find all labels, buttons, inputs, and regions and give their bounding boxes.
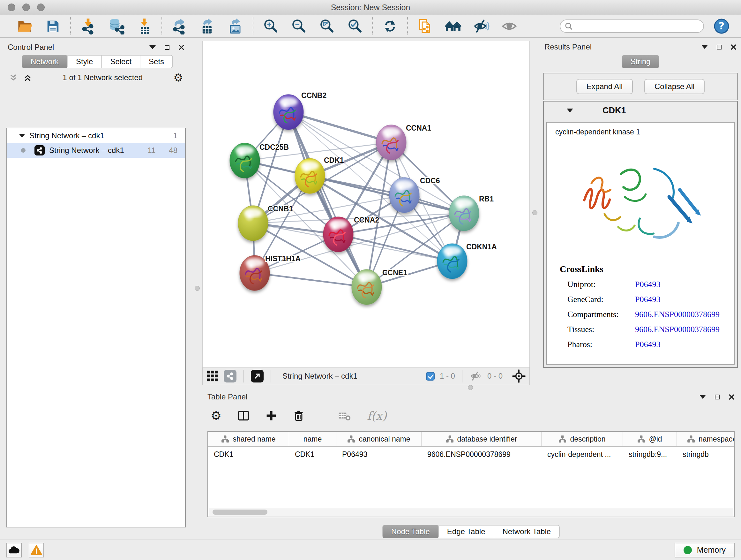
- cell-namespace[interactable]: stringdb: [677, 447, 735, 462]
- crosslink-link[interactable]: P06493: [635, 280, 660, 289]
- section-expander-icon[interactable]: [567, 109, 573, 112]
- table-panel-title: Table Panel: [207, 392, 247, 401]
- window-controls: [8, 3, 45, 11]
- export-network-button[interactable]: [171, 17, 188, 35]
- panel-menu-icon[interactable]: [701, 45, 708, 49]
- network-node-label: CDC25B: [259, 143, 289, 151]
- refresh-icon: [382, 18, 398, 34]
- column-header-namespace[interactable]: namespace: [677, 432, 735, 446]
- column-header-description[interactable]: description: [542, 432, 623, 446]
- table-row[interactable]: CDK1 CDK1 P06493 9606.ENSP00000378699 cy…: [208, 447, 734, 462]
- memory-label: Memory: [697, 545, 726, 555]
- crosslink-link[interactable]: P06493: [635, 340, 660, 349]
- import-network-button[interactable]: [79, 17, 97, 35]
- network-view-icon[interactable]: [224, 370, 237, 382]
- tab-network-table[interactable]: Network Table: [494, 525, 559, 538]
- gear-icon[interactable]: ⚙: [174, 72, 183, 83]
- grid-view-icon[interactable]: [206, 370, 219, 382]
- collapse-all-button[interactable]: Collapse All: [644, 79, 704, 94]
- zoom-fit-button[interactable]: [318, 17, 336, 35]
- close-panel-icon[interactable]: [179, 44, 185, 51]
- network-collection-row[interactable]: String Network – cdk1 1: [7, 128, 185, 143]
- close-panel-icon[interactable]: [731, 44, 737, 50]
- network-list: String Network – cdk1 1 String Network –…: [6, 128, 186, 527]
- delete-column-icon[interactable]: [293, 410, 305, 422]
- tab-select[interactable]: Select: [102, 56, 140, 68]
- tab-network[interactable]: Network: [22, 55, 68, 68]
- help-button[interactable]: ?: [714, 18, 730, 34]
- column-header-database-identifier[interactable]: database identifier: [421, 432, 542, 446]
- crosslink-link[interactable]: 9606.ENSP00000378699: [635, 325, 720, 334]
- warnings-button[interactable]: [29, 543, 44, 557]
- import-table-button[interactable]: [135, 17, 153, 35]
- cell-shared-name[interactable]: CDK1: [208, 447, 289, 462]
- hide-selected-button[interactable]: [472, 17, 490, 35]
- right-splitter-handle[interactable]: [532, 210, 537, 215]
- column-header-id[interactable]: @id: [623, 432, 677, 446]
- cloud-status-button[interactable]: [6, 543, 22, 557]
- panel-menu-icon[interactable]: [149, 45, 156, 49]
- tab-style[interactable]: Style: [68, 56, 102, 68]
- export-table-button[interactable]: [199, 17, 216, 35]
- crosslink-link[interactable]: P06493: [635, 295, 660, 304]
- open-session-button[interactable]: [16, 17, 34, 35]
- left-splitter-handle[interactable]: [195, 286, 200, 291]
- horizontal-scrollbar[interactable]: [209, 508, 733, 516]
- save-session-button[interactable]: [44, 17, 62, 35]
- network-edge-CCNB2-CCNA1[interactable]: [288, 112, 391, 142]
- protein-section: CDK1 cyclin-dependent kinase 1: [543, 101, 738, 368]
- zoom-out-icon: [291, 18, 307, 34]
- column-header-name[interactable]: name: [289, 432, 336, 446]
- detach-view-button[interactable]: [251, 370, 264, 382]
- float-panel-icon[interactable]: [165, 45, 170, 50]
- zoom-fit-icon: [319, 18, 335, 34]
- expand-all-button[interactable]: Expand All: [576, 79, 633, 94]
- crosslink-link[interactable]: 9606.ENSP00000378699: [635, 310, 720, 319]
- protein-section-header[interactable]: CDK1: [544, 102, 737, 119]
- cell-id[interactable]: stringdb:9...: [623, 447, 677, 462]
- selected-checkbox-icon[interactable]: [426, 372, 434, 381]
- network-canvas[interactable]: CCNB2CCNA1CDC25BCDK1CDC6RB1CCNB1CCNA2CDK…: [202, 41, 530, 367]
- bottom-splitter-handle[interactable]: [468, 385, 473, 390]
- tree-expander-icon[interactable]: [19, 134, 25, 138]
- export-image-button[interactable]: [226, 17, 245, 35]
- zoom-in-button[interactable]: [262, 17, 280, 35]
- maximize-window-button[interactable]: [37, 3, 45, 11]
- column-header-canonical-name[interactable]: canonical name: [336, 432, 421, 446]
- network-row-selected[interactable]: String Network – cdk1 11 48: [7, 143, 185, 158]
- cell-name[interactable]: CDK1: [289, 447, 336, 462]
- tab-edge-table[interactable]: Edge Table: [439, 525, 494, 538]
- cell-canonical-name[interactable]: P06493: [336, 447, 421, 462]
- network-edge-CDK1-RB1[interactable]: [310, 176, 464, 213]
- memory-button[interactable]: Memory: [675, 543, 735, 557]
- import-network-from-database-button[interactable]: [107, 17, 125, 35]
- collapse-all-icon[interactable]: [9, 73, 17, 82]
- minimize-window-button[interactable]: [22, 3, 30, 11]
- tab-sets[interactable]: Sets: [140, 56, 172, 68]
- cell-database-identifier[interactable]: 9606.ENSP00000378699: [421, 447, 542, 462]
- birds-eye-toggle-icon[interactable]: [512, 369, 526, 383]
- column-header-shared-name[interactable]: shared name: [208, 432, 289, 446]
- float-panel-icon[interactable]: [715, 395, 720, 399]
- close-panel-icon[interactable]: [729, 394, 735, 400]
- zoom-selected-button[interactable]: [346, 17, 364, 35]
- copy-network-button[interactable]: [416, 17, 434, 35]
- float-panel-icon[interactable]: [717, 45, 722, 50]
- search-input[interactable]: [560, 19, 704, 33]
- tab-string[interactable]: String: [622, 55, 659, 68]
- zoom-out-button[interactable]: [290, 17, 308, 35]
- first-neighbors-button[interactable]: [444, 17, 462, 35]
- tab-node-table[interactable]: Node Table: [383, 525, 439, 538]
- column-type-icon: [446, 435, 454, 443]
- table-gear-icon[interactable]: ⚙: [211, 410, 221, 422]
- show-hidden-button[interactable]: [500, 17, 518, 35]
- scrollbar-thumb[interactable]: [212, 509, 267, 515]
- add-column-icon[interactable]: [266, 410, 277, 422]
- expand-all-icon[interactable]: [23, 73, 32, 82]
- network-edge-HIST1H1A-CCNE1[interactable]: [255, 273, 367, 287]
- close-window-button[interactable]: [8, 3, 15, 11]
- select-columns-icon[interactable]: [238, 410, 250, 422]
- cell-description[interactable]: cyclin-dependent ...: [542, 447, 623, 462]
- panel-menu-icon[interactable]: [699, 395, 706, 399]
- refresh-layout-button[interactable]: [381, 17, 399, 35]
